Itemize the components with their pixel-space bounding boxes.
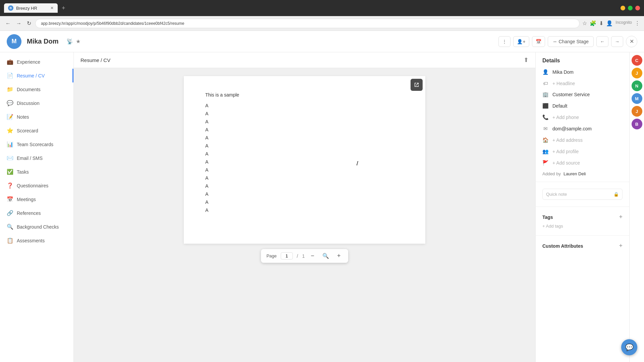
quick-note-input[interactable]: Quick note 🔒 [542,189,623,200]
profile-icon[interactable]: 👤 [606,20,613,26]
email-sms-icon: ✉️ [7,155,13,161]
tab-close-button[interactable]: ✕ [50,6,54,10]
side-avatar-m[interactable]: M [632,93,642,104]
side-avatar-j2[interactable]: J [632,106,642,117]
details-headline[interactable]: + Headline [552,81,575,86]
details-profile[interactable]: + Add profile [552,149,579,154]
browser-chrome: B Breezy HR ✕ + [0,0,644,16]
upload-button[interactable]: ⬆ [524,56,529,64]
change-stage-button[interactable]: ↔ Change Stage [548,36,594,47]
side-avatar-b[interactable]: B [632,119,642,129]
zoom-out-button[interactable]: − [309,252,317,260]
active-tab[interactable]: B Breezy HR ✕ [4,3,58,13]
questionnaires-icon: ❓ [7,182,13,189]
extensions-icon[interactable]: 🧩 [590,20,596,26]
sidebar-item-documents[interactable]: 📁 Documents [0,82,73,96]
browser-tabs: B Breezy HR ✕ + [4,3,618,13]
sidebar-item-team-scorecards[interactable]: 📊 Team Scorecards [0,137,73,151]
add-candidate-button[interactable]: 👤+ [513,36,529,47]
calendar-button[interactable]: 📅 [532,36,545,47]
details-pipeline: Default [552,103,567,109]
maximize-button[interactable] [628,6,633,10]
new-tab-button[interactable]: + [59,3,68,13]
cursor-indicator: 𝐼 [356,160,358,167]
prev-candidate-button[interactable]: ← [596,36,608,47]
details-department: Customer Service [552,92,590,97]
resume-line-4: A [205,127,404,132]
details-headline-row[interactable]: 🏷 + Headline [536,78,629,89]
team-scorecards-icon: 📊 [7,141,13,147]
sidebar-item-experience[interactable]: 💼 Experience [0,55,73,69]
details-pipeline-row: ⬛ Default [536,100,629,112]
details-phone-row[interactable]: 📞 + Add phone [536,112,629,123]
star-icon[interactable]: ★ [76,38,80,45]
forward-button[interactable]: → [15,19,23,28]
side-avatar-j1[interactable]: J [632,68,642,78]
details-source-row[interactable]: 🚩 + Add source [536,157,629,169]
sidebar-item-assessments[interactable]: 📋 Assessments [0,234,73,247]
sidebar-label-meetings: Meetings [17,197,36,202]
side-avatars: C J N M J B [629,52,644,362]
sidebar-item-references[interactable]: 🔗 References [0,206,73,220]
close-panel-button[interactable]: ✕ [626,36,637,47]
sidebar-item-email-sms[interactable]: ✉️ Email / SMS [0,151,73,165]
details-candidate-name-row: 👤 Mika Dom [536,66,629,78]
open-resume-button[interactable] [411,79,423,91]
sidebar-label-team-scorecards: Team Scorecards [17,142,53,147]
page-label: Page [266,253,276,258]
address-icons: ☆ 🧩 ⬇ 👤 Incognito ⋮ [582,20,640,26]
source-icon: 🚩 [542,160,548,166]
zoom-in-button[interactable]: + [335,252,343,260]
sidebar-label-notes: Notes [17,114,29,120]
details-address[interactable]: + Add address [552,137,583,143]
page-number-input[interactable] [281,252,293,259]
sidebar-item-background-checks[interactable]: 🔍 Background Checks [0,220,73,234]
resume-container: This is a sample A A A A A A A A A A A A… [74,68,535,362]
close-window-button[interactable] [635,6,640,10]
resume-line-1: A [205,103,404,108]
details-phone[interactable]: + Add phone [552,115,579,120]
download-icon[interactable]: ⬇ [599,20,603,26]
discussion-icon: 💬 [7,100,13,106]
bookmark-icon[interactable]: ☆ [582,20,587,26]
sidebar-item-resume[interactable]: 📄 Resume / CV [0,69,73,82]
resume-line-8: A [205,159,404,165]
sidebar-label-background-checks: Background Checks [17,224,59,230]
rss-icon[interactable]: 📡 [66,38,73,45]
sidebar-item-meetings[interactable]: 📅 Meetings [0,192,73,206]
custom-attr-header: Custom Attributes + [542,242,623,249]
details-candidate-name: Mika Dom [552,69,574,75]
sidebar-item-notes[interactable]: 📝 Notes [0,110,73,124]
side-avatar-n[interactable]: N [632,80,642,91]
next-candidate-button[interactable]: → [611,36,623,47]
custom-attr-add-button[interactable]: + [619,242,623,249]
app-header: M Mika Dom 📡 ★ ⋮ 👤+ 📅 ↔ Change Stage ← →… [0,31,644,52]
tags-add-button[interactable]: + [619,214,623,221]
menu-icon[interactable]: ⋮ [635,20,640,26]
sidebar-item-discussion[interactable]: 💬 Discussion [0,96,73,110]
side-avatar-c[interactable]: C [632,55,642,66]
sidebar-item-questionnaires[interactable]: ❓ Questionnaires [0,179,73,192]
more-options-button[interactable]: ⋮ [498,36,511,47]
window-controls [621,6,640,10]
minimize-button[interactable] [621,6,625,10]
chat-button[interactable]: 💬 [621,339,637,355]
resume-sample-text: This is a sample [205,92,404,98]
resume-line-12: A [205,191,404,197]
quick-note-section: Quick note 🔒 [536,185,629,204]
sidebar-label-scorecard: Scorecard [17,128,38,133]
sidebar-label-questionnaires: Questionnaires [17,183,48,188]
details-source[interactable]: + Add source [552,160,580,166]
add-tags-link[interactable]: + Add tags [542,224,563,229]
url-bar[interactable]: app.breezy.hr/app/c/moodjoy/p/5b46f90dbb… [35,19,580,28]
address-icon: 🏠 [542,137,548,143]
details-profile-row[interactable]: 👥 + Add profile [536,146,629,157]
quick-note-lock-icon: 🔒 [613,192,619,197]
details-address-row[interactable]: 🏠 + Add address [536,134,629,146]
refresh-button[interactable]: ↻ [25,19,33,28]
sidebar-item-tasks[interactable]: ✅ Tasks [0,165,73,179]
url-text: app.breezy.hr/app/c/moodjoy/p/5b46f90dbb… [41,21,574,26]
sidebar-item-scorecard[interactable]: ⭐ Scorecard [0,124,73,137]
back-button[interactable]: ← [4,19,12,28]
experience-icon: 💼 [7,59,13,65]
